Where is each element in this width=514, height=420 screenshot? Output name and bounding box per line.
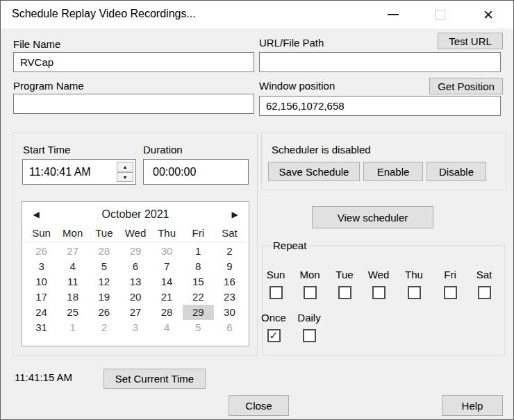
start-time-value: 11:40:41 AM [29,166,91,178]
disable-button[interactable]: Disable [426,162,486,181]
calendar-day[interactable]: 15 [183,274,214,289]
spin-down-button[interactable]: ▼ [117,172,133,182]
repeat-option-fri: Fri [434,269,466,299]
test-url-button[interactable]: Test URL [438,33,503,49]
checkbox-fri[interactable] [444,286,457,299]
calendar-day-header: Sat [214,227,245,242]
checkbox-label: Thu [398,269,430,280]
calendar-day[interactable]: 6 [214,320,245,335]
set-current-time-button[interactable]: Set Current Time [103,369,206,389]
calendar-day[interactable]: 30 [214,305,245,320]
checkbox-thu[interactable] [408,286,421,299]
calendar-day[interactable]: 4 [57,259,88,274]
calendar-day[interactable]: 28 [88,244,119,259]
checkbox-label: Sun [260,269,292,280]
program-name-label: Program Name [13,80,84,92]
checkbox-label: Tue [329,269,360,280]
repeat-option-tue: Tue [329,269,360,299]
calendar-day[interactable]: 23 [214,289,245,305]
calendar-day[interactable]: 6 [119,259,151,274]
checkbox-sun[interactable] [270,286,283,299]
calendar-day[interactable]: 21 [151,289,183,305]
repeat-option-wed: Wed [363,269,395,299]
calendar-day[interactable]: 5 [183,320,214,335]
checkbox-label: Fri [434,269,466,280]
calendar-month-label: October 2021 [41,208,230,221]
close-icon: ✕ [483,8,494,22]
calendar-day-header: Mon [57,227,88,242]
calendar-day[interactable]: 18 [57,289,88,305]
calendar-day[interactable]: 8 [183,259,214,274]
dialog-close-button[interactable]: Close [229,395,289,416]
calendar-day[interactable]: 2 [88,320,119,335]
url-path-input[interactable] [259,52,501,72]
program-name-input[interactable] [13,94,254,114]
calendar-day[interactable]: 3 [26,259,57,274]
calendar-grid: 2627282930123456789101112131415161718192… [22,242,249,335]
file-name-input[interactable]: RVCap [13,52,254,72]
calendar-day[interactable]: 30 [151,244,183,259]
calendar-day[interactable]: 9 [214,259,245,274]
get-position-button[interactable]: Get Position [429,78,503,94]
calendar-day[interactable]: 25 [57,305,88,320]
url-path-label: URL/File Path [259,37,324,49]
window-position-input[interactable]: 62,156,1072,658 [259,96,501,116]
calendar-day[interactable]: 29 [119,244,151,259]
start-time-label: Start Time [23,144,70,156]
help-button[interactable]: Help [442,395,503,416]
calendar-day[interactable]: 11 [57,274,88,289]
calendar: ◀ October 2021 ▶ SunMonTueWedThuFriSat 2… [22,201,249,346]
calendar-day-header: Sun [26,227,57,242]
calendar-day-header: Fri [183,227,214,242]
calendar-day[interactable]: 16 [214,274,245,289]
minimize-button[interactable] [377,1,409,28]
save-schedule-button[interactable]: Save Schedule [268,162,360,181]
calendar-day[interactable]: 20 [119,289,151,305]
calendar-day[interactable]: 1 [183,244,214,259]
calendar-prev-icon[interactable]: ◀ [31,210,41,219]
enable-button[interactable]: Enable [363,162,423,181]
calendar-day[interactable]: 22 [183,289,214,305]
calendar-day[interactable]: 27 [57,244,88,259]
checkbox-label: Daily [293,312,325,324]
calendar-day[interactable]: 14 [151,274,183,289]
checkbox-label: Mon [294,269,326,280]
maximize-button [424,1,456,28]
minimize-icon [388,14,399,15]
start-time-input[interactable]: 11:40:41 AM ▲ ▼ [22,159,136,185]
close-button[interactable]: ✕ [472,1,504,28]
calendar-day[interactable]: 3 [119,320,151,335]
checkbox-wed[interactable] [372,286,386,299]
scheduler-status: Scheduler is disabled [272,144,371,156]
checkbox-daily[interactable] [303,329,316,342]
calendar-day[interactable]: 4 [151,320,183,335]
calendar-day[interactable]: 27 [119,305,151,320]
calendar-day[interactable]: 13 [119,274,151,289]
spin-up-button[interactable]: ▲ [117,162,133,171]
checkbox-tue[interactable] [338,286,351,299]
calendar-day[interactable]: 26 [26,244,57,259]
calendar-day[interactable]: 7 [151,259,183,274]
checkbox-mon[interactable] [304,286,317,299]
calendar-day[interactable]: 1 [57,320,88,335]
calendar-next-icon[interactable]: ▶ [230,210,240,219]
checkbox-label: Wed [363,269,395,280]
repeat-option-mon: Mon [294,269,326,299]
repeat-option-sun: Sun [260,269,292,299]
calendar-day[interactable]: 10 [26,274,57,289]
calendar-day[interactable]: 28 [151,305,183,320]
calendar-day[interactable]: 5 [88,259,119,274]
view-scheduler-button[interactable]: View scheduler [312,206,433,228]
calendar-day[interactable]: 19 [88,289,119,305]
calendar-day-selected[interactable]: 29 [183,305,214,320]
calendar-day[interactable]: 12 [88,274,119,289]
checkbox-once[interactable]: ✓ [267,329,281,342]
calendar-day[interactable]: 24 [26,305,57,320]
checkbox-sat[interactable] [478,286,491,299]
duration-input[interactable]: 00:00:00 [143,159,249,185]
calendar-day-header: Tue [88,227,119,242]
calendar-day[interactable]: 26 [88,305,119,320]
calendar-day[interactable]: 2 [214,244,245,259]
calendar-day[interactable]: 31 [26,320,57,335]
calendar-day[interactable]: 17 [26,289,57,305]
